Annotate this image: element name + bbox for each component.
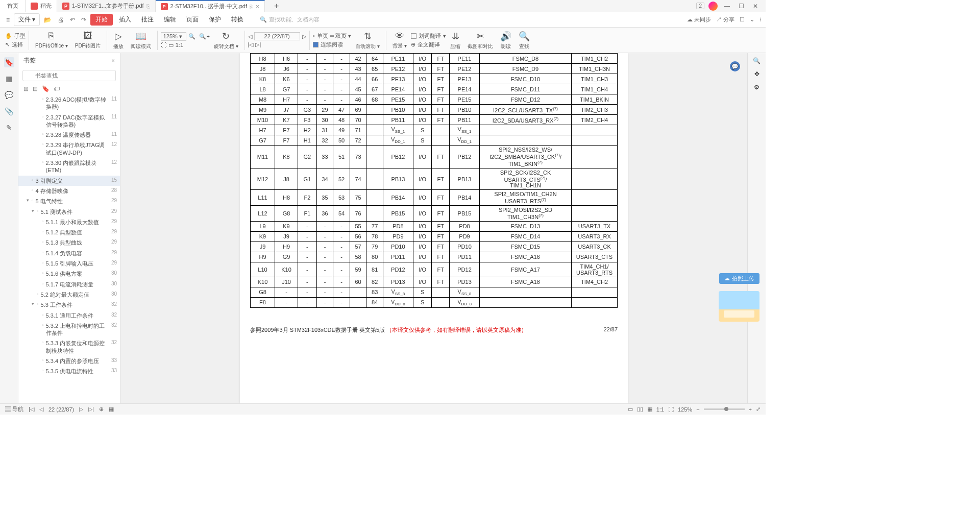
float-weather-widget[interactable] — [719, 291, 760, 322]
bookmark-item[interactable]: ▫5.1.3 典型曲线29 — [18, 237, 120, 248]
full-translate[interactable]: ⊕ 全文翻译 — [411, 41, 446, 49]
sb-marker[interactable]: ⊕ — [99, 406, 104, 413]
menu-edit[interactable]: 编辑 — [160, 14, 180, 26]
sb-layout1[interactable]: ▭ — [628, 406, 633, 413]
double-page[interactable]: ▫▫ 双页 ▾ — [330, 32, 352, 40]
bookmark-item[interactable]: ▫2.3.30 内嵌跟踪模块(ETM)12 — [18, 158, 120, 176]
close-window-icon[interactable]: ✕ — [750, 1, 761, 11]
bookmark-item[interactable]: ▫5.1.4 负载电容29 — [18, 248, 120, 258]
bookmark-item[interactable]: ▫2.3.28 温度传感器11 — [18, 130, 120, 140]
zoom-out-icon[interactable]: 🔍- — [188, 33, 198, 40]
tab-home[interactable]: 首页 — [0, 0, 26, 12]
continuous-read[interactable]: 连续阅读 — [313, 41, 352, 49]
start-menu[interactable]: 开始 — [90, 14, 113, 26]
more-icon[interactable]: ☐ — [740, 16, 745, 23]
single-page[interactable]: ▫ 单页 ▫▫ 双页 ▾ — [313, 32, 352, 40]
bookmark-item[interactable]: ▫5.1.7 电流消耗测量30 — [18, 279, 120, 289]
prev-page[interactable]: ◁ — [248, 33, 252, 40]
sb-fit[interactable]: ⛶ — [668, 406, 674, 413]
first-page[interactable]: |◁ — [248, 41, 254, 48]
word-translate[interactable]: 划词翻译 ▾ — [411, 32, 446, 40]
bookmark-item[interactable]: ▫5.3.1 通用工作条件32 — [18, 310, 120, 321]
open-icon[interactable]: 📂 — [42, 16, 54, 23]
sync-status[interactable]: ☁ 未同步 — [687, 16, 711, 23]
bookmark-nav-icon[interactable]: 🏷 — [54, 85, 60, 92]
new-tab[interactable]: + — [265, 0, 288, 12]
menu-insert[interactable]: 插入 — [115, 14, 135, 26]
sb-prev[interactable]: ◁ — [39, 406, 43, 413]
bookmark-item[interactable]: ▫4 存储器映像28 — [18, 186, 120, 196]
maximize-icon[interactable]: ☐ — [736, 1, 746, 11]
tab-pdf1[interactable]: P1-STM32F1...文参考手册.pdf⎘ — [57, 0, 156, 12]
undo-icon[interactable]: ↶ — [68, 16, 77, 23]
bookmark-item[interactable]: ▫3 引脚定义15 — [18, 176, 120, 186]
bookmark-item[interactable]: ▫5.1.2 典型数值29 — [18, 227, 120, 237]
float-upload-button[interactable]: ☁ 拍照上传 — [719, 273, 760, 284]
bookmark-item[interactable]: ▾▫5.1 测试条件29 — [18, 207, 120, 217]
comment-panel-icon[interactable]: 💬 — [4, 90, 14, 100]
menu-convert[interactable]: 转换 — [227, 14, 248, 26]
collapse-icon[interactable]: ⌄ — [750, 16, 754, 23]
bookmark-item[interactable]: ▫5.3.5 供电电流特性33 — [18, 366, 120, 376]
zoom-in-icon[interactable]: 🔍+ — [199, 33, 209, 40]
tools-icon[interactable]: 🔍 — [753, 57, 761, 64]
hand-tool[interactable]: ✋ 手型 — [5, 32, 26, 40]
fit-width-icon[interactable]: ⛶ — [161, 42, 166, 48]
sb-first[interactable]: |◁ — [29, 406, 34, 413]
attachment-panel-icon[interactable]: 📎 — [4, 106, 14, 116]
auto-scroll[interactable]: ⇅自动滚动 ▾ — [352, 31, 383, 50]
bookmark-item[interactable]: ▾▫5 电气特性29 — [18, 196, 120, 206]
sb-view[interactable]: ▦ — [109, 406, 114, 413]
page-input[interactable]: 22 (22/87) — [254, 32, 300, 40]
file-menu[interactable]: 文件 ▾ — [14, 13, 40, 26]
tab-pin-icon[interactable]: ⎘ — [146, 3, 150, 9]
minimize-icon[interactable]: — — [722, 1, 732, 11]
bookmark-item[interactable]: ▫5.1.5 引脚输入电压29 — [18, 258, 120, 269]
bookmark-item[interactable]: ▫2.3.26 ADC(模拟/数字转换器)11 — [18, 94, 120, 112]
share-button[interactable]: ↗ 分享 — [716, 16, 734, 23]
sb-zoom-in[interactable]: + — [749, 406, 752, 413]
collapse-all-icon[interactable]: ⊟ — [33, 85, 38, 92]
actual-size-icon[interactable]: 1:1 — [176, 42, 183, 48]
notification-badge[interactable]: 2 — [696, 3, 704, 9]
bookmark-item[interactable]: ▫5.3.4 内置的参照电压33 — [18, 356, 120, 366]
bookmark-item[interactable]: ▫2.3.29 串行单线JTAG调试口(SWJ-DP)12 — [18, 140, 120, 158]
last-page[interactable]: ▷| — [255, 41, 261, 48]
search-box[interactable]: 🔍 查找功能、文档内容 — [260, 16, 320, 23]
bookmark-search-input[interactable] — [22, 70, 116, 81]
sb-layout2[interactable]: ▯▯ — [637, 406, 643, 413]
avatar[interactable] — [708, 2, 718, 11]
document-area[interactable]: H8H6---4264PE11I/OFTPE11FSMC_D8TIM1_CH2J… — [120, 53, 747, 403]
sb-last[interactable]: ▷| — [88, 406, 94, 413]
sb-zoom-out[interactable]: − — [696, 406, 699, 413]
tab-pdf2[interactable]: P2-STM32F10...据手册-中文.pdf⎘× — [156, 0, 265, 12]
bookmark-item[interactable]: ▾▫5.3 工作条件32 — [18, 300, 120, 310]
sb-next[interactable]: ▷ — [79, 406, 83, 413]
bookmark-panel-icon[interactable]: 🔖 — [4, 57, 14, 67]
sb-fullscreen[interactable]: ⤢ — [756, 406, 761, 413]
select-icon[interactable]: ✥ — [754, 70, 760, 78]
bookmark-item[interactable]: ▫5.2 绝对最大额定值30 — [18, 289, 120, 300]
thumbnail-panel-icon[interactable]: ▦ — [4, 74, 14, 84]
compress[interactable]: ⇊压缩 — [447, 31, 463, 50]
bookmark-item[interactable]: ▫5.1.6 供电方案30 — [18, 269, 120, 279]
next-page[interactable]: ▷ — [302, 33, 306, 40]
sb-page[interactable]: 22 (22/87) — [48, 406, 74, 413]
nav-toggle[interactable]: ▤ 导航 — [5, 405, 23, 413]
screenshot[interactable]: ✂截图和对比 — [464, 31, 496, 50]
sb-layout3[interactable]: ▦ — [647, 406, 652, 413]
find[interactable]: 🔍查找 — [516, 31, 533, 50]
tab-pin-icon[interactable]: ⎘ — [250, 4, 253, 10]
settings-icon[interactable]: ⚙ — [754, 84, 760, 91]
redo-icon[interactable]: ↷ — [79, 16, 88, 23]
bookmark-item[interactable]: ▫5.3.2 上电和掉电时的工作条件32 — [18, 321, 120, 339]
select-tool[interactable]: ↖ 选择 — [5, 41, 26, 49]
zoom-slider[interactable] — [704, 408, 745, 410]
menu-annotate[interactable]: 批注 — [137, 14, 158, 26]
signature-panel-icon[interactable]: ✎ — [4, 123, 14, 133]
sidebar-close-icon[interactable]: × — [111, 57, 115, 64]
expand-all-icon[interactable]: ⊞ — [23, 85, 29, 92]
tab-docke[interactable]: 稻壳 — [26, 0, 57, 12]
sb-layout4[interactable]: 1:1 — [656, 406, 664, 413]
play[interactable]: ▷播放 — [110, 31, 127, 50]
